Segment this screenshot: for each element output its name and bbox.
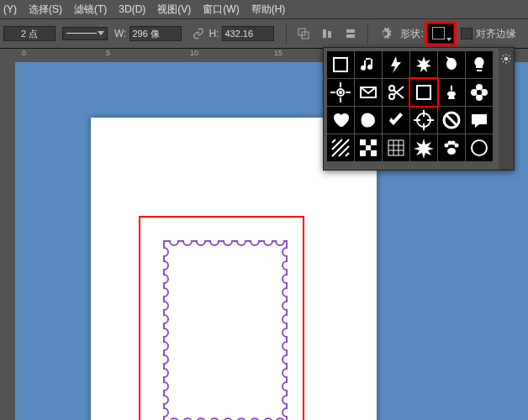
menu-bar: (Y) 选择(S) 滤镜(T) 3D(D) 视图(V) 窗口(W) 帮助(H) <box>0 0 528 18</box>
shape-heart[interactable] <box>327 107 354 134</box>
shape-burst-many[interactable] <box>410 51 437 78</box>
height-input[interactable] <box>222 26 274 41</box>
svg-rect-4 <box>346 29 355 33</box>
svg-rect-72 <box>366 145 371 150</box>
shape-fleur[interactable] <box>438 79 465 106</box>
shape-flower[interactable] <box>466 79 493 106</box>
svg-rect-70 <box>360 139 366 145</box>
width-input[interactable] <box>129 26 182 41</box>
svg-rect-56 <box>334 58 347 71</box>
menu-item-view[interactable]: 视图(V) <box>157 3 191 17</box>
shape-grid[interactable] <box>383 134 409 161</box>
svg-point-82 <box>504 57 509 61</box>
svg-rect-71 <box>371 139 377 145</box>
shape-burst[interactable] <box>410 134 437 161</box>
align-icon[interactable] <box>316 24 338 44</box>
menu-item-select[interactable]: 选择(S) <box>29 3 62 17</box>
svg-rect-5 <box>346 34 355 38</box>
selection-highlight <box>139 216 304 420</box>
align-edges-label: 对齐边缘 <box>476 27 516 41</box>
stamp-shape[interactable] <box>163 240 288 420</box>
shape-checker[interactable] <box>355 134 382 161</box>
svg-line-87 <box>503 55 504 56</box>
shape-checkmark[interactable] <box>383 107 409 134</box>
shape-stamp-frame[interactable] <box>327 51 354 78</box>
svg-line-88 <box>509 61 510 62</box>
shape-square[interactable] <box>410 79 437 106</box>
shape-lightbulb[interactable] <box>466 51 493 78</box>
svg-rect-73 <box>360 150 366 156</box>
menu-item-y[interactable]: (Y) <box>3 3 17 15</box>
stroke-style-dropdown[interactable] <box>62 27 108 40</box>
svg-point-65 <box>471 89 478 96</box>
svg-rect-2 <box>323 29 326 38</box>
svg-rect-62 <box>417 86 430 99</box>
svg-point-80 <box>455 144 459 148</box>
menu-item-filter[interactable]: 滤镜(T) <box>74 3 107 17</box>
svg-line-89 <box>503 61 504 62</box>
svg-point-76 <box>447 148 456 155</box>
link-wh-icon[interactable] <box>192 27 205 40</box>
shape-lightning[interactable] <box>383 51 409 78</box>
shape-label: 形状: <box>400 27 423 41</box>
svg-point-77 <box>445 144 449 148</box>
ruler-vertical <box>0 62 16 420</box>
svg-point-64 <box>476 94 483 101</box>
shape-music-note[interactable] <box>355 51 382 78</box>
shape-grid <box>324 48 514 165</box>
width-label: W: <box>114 28 126 39</box>
divider <box>286 23 287 45</box>
menu-item-help[interactable]: 帮助(H) <box>251 3 286 17</box>
gear-icon[interactable] <box>374 24 396 44</box>
shape-hatch[interactable] <box>327 134 354 161</box>
menu-item-window[interactable]: 窗口(W) <box>203 3 239 17</box>
shape-envelope[interactable] <box>355 79 382 106</box>
shape-picker-swatch[interactable] <box>427 24 454 44</box>
options-bar: 2 点 W: H: 形状: 对齐边缘 <box>0 18 528 49</box>
stroke-width-input[interactable]: 2 点 <box>3 26 55 41</box>
svg-point-67 <box>477 90 482 95</box>
svg-point-66 <box>481 89 488 96</box>
shape-crosshair[interactable] <box>410 107 437 134</box>
path-combine-icon[interactable] <box>293 24 314 44</box>
menu-item-3d[interactable]: 3D(D) <box>119 3 145 15</box>
svg-point-81 <box>472 140 487 155</box>
shape-blob[interactable] <box>355 107 382 134</box>
divider <box>367 23 368 45</box>
shape-target[interactable] <box>327 79 354 106</box>
svg-point-58 <box>339 91 342 94</box>
svg-point-63 <box>476 84 483 91</box>
align-edges-checkbox[interactable] <box>461 28 473 39</box>
shape-scissors[interactable] <box>383 79 409 106</box>
svg-rect-75 <box>388 140 404 155</box>
svg-rect-51 <box>163 240 288 420</box>
shape-speech-bubble[interactable] <box>466 107 493 134</box>
svg-line-90 <box>509 55 510 56</box>
shape-pawprint[interactable] <box>438 134 465 161</box>
panel-flyout-button[interactable] <box>499 48 514 170</box>
shape-picker-panel <box>323 47 515 171</box>
shape-circle-outline[interactable] <box>466 134 493 161</box>
arrange-icon[interactable] <box>340 24 362 44</box>
svg-point-79 <box>451 141 456 145</box>
height-label: H: <box>209 28 219 39</box>
svg-rect-74 <box>371 150 377 156</box>
shape-splash[interactable] <box>438 51 465 78</box>
svg-rect-3 <box>328 31 331 38</box>
shape-no-symbol[interactable] <box>438 107 465 134</box>
